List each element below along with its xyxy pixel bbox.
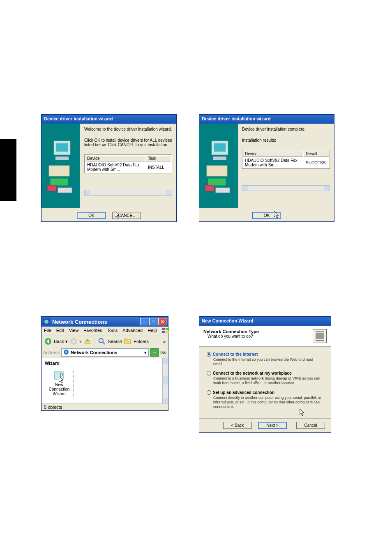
menu-advanced[interactable]: Advanced bbox=[122, 328, 143, 334]
header-title: Network Connection Type bbox=[203, 329, 259, 334]
svg-rect-20 bbox=[162, 331, 165, 333]
maximize-button[interactable]: □ bbox=[149, 318, 157, 325]
wizard-sidebar-graphic bbox=[42, 124, 80, 208]
forward-button[interactable] bbox=[69, 337, 78, 345]
back-button[interactable]: < Back bbox=[223, 422, 252, 429]
cancel-button[interactable]: CANCEL bbox=[112, 212, 141, 219]
ok-button[interactable]: OK bbox=[252, 212, 281, 219]
table-row[interactable]: HDAUDIO SoftV92 Data Fax Modem with Sm..… bbox=[85, 162, 171, 172]
item-label: New Connection Wizard bbox=[46, 382, 72, 396]
wizard-header: Network Connection Type What do you want… bbox=[199, 326, 331, 347]
complete-text: Device driver installation complete. bbox=[242, 127, 330, 131]
dialog-title: New Connection Wizard bbox=[199, 317, 331, 326]
option-description: Connect to a business network (using dia… bbox=[213, 376, 323, 386]
device-name: HDAUDIO SoftV92 Data Fax Modem with Sm..… bbox=[243, 158, 303, 168]
dialog-title: Device driver installation wizard bbox=[42, 115, 176, 124]
svg-rect-6 bbox=[58, 188, 72, 193]
wizard-header-icon bbox=[313, 329, 327, 343]
results-label: Installation results: bbox=[242, 138, 330, 143]
horizontal-scrollbar[interactable] bbox=[84, 190, 172, 196]
radio-selected-icon[interactable] bbox=[207, 352, 211, 357]
svg-point-33 bbox=[65, 351, 67, 353]
go-label[interactable]: Go bbox=[160, 350, 166, 355]
new-connection-wizard-item[interactable]: New Connection Wizard bbox=[45, 369, 74, 397]
menu-view[interactable]: View bbox=[69, 328, 79, 334]
device-result-table: DeviceResult HDAUDIO SoftV92 Data Fax Mo… bbox=[242, 150, 330, 169]
horizontal-scrollbar[interactable] bbox=[242, 185, 330, 191]
back-button[interactable] bbox=[44, 337, 52, 345]
next-button[interactable]: Next > bbox=[258, 422, 287, 429]
minimize-button[interactable]: – bbox=[140, 318, 148, 325]
svg-rect-26 bbox=[85, 341, 90, 344]
option-description: Connect to the Internet so you can brows… bbox=[213, 357, 323, 367]
option-label: Set up an advanced connection bbox=[213, 390, 274, 395]
svg-rect-21 bbox=[166, 331, 169, 333]
instruction-text: Click OK to install device drivers for A… bbox=[84, 138, 172, 147]
cancel-button[interactable]: Cancel bbox=[296, 422, 325, 429]
windows-flag-icon bbox=[162, 328, 169, 334]
radio-icon[interactable] bbox=[207, 371, 211, 375]
window-titlebar[interactable]: Network Connections – □ ✕ bbox=[42, 317, 168, 327]
svg-rect-18 bbox=[162, 328, 165, 330]
status-bar: 5 objects bbox=[42, 403, 168, 410]
page-side-tab bbox=[0, 139, 16, 201]
header-subtitle: What do you want to do? bbox=[208, 334, 259, 339]
search-icon[interactable] bbox=[98, 337, 106, 345]
option-label: Connect to the Internet bbox=[213, 352, 258, 357]
driver-install-wizard-2: Device driver installation wizard Device… bbox=[199, 114, 334, 222]
device-task: INSTALL bbox=[146, 162, 171, 172]
radio-icon[interactable] bbox=[207, 390, 211, 395]
address-value: Network Connections bbox=[71, 350, 117, 355]
option-connect-workplace[interactable]: Connect to the network at my workplace C… bbox=[207, 371, 323, 385]
forward-dropdown-icon[interactable]: ▾ bbox=[79, 339, 82, 344]
option-description: Connect directly to another computer usi… bbox=[213, 396, 323, 410]
window-title: Network Connections bbox=[52, 319, 107, 325]
ok-button[interactable]: OK bbox=[77, 212, 106, 219]
svg-rect-11 bbox=[207, 166, 227, 176]
content-pane: Wizard New Connection Wizard bbox=[42, 358, 168, 403]
menu-help[interactable]: Help bbox=[148, 328, 157, 334]
col-result: Result bbox=[304, 151, 329, 157]
toolbar: Back ▾ ▾ │ Search Folders » bbox=[42, 336, 168, 347]
menu-favorites[interactable]: Favorites bbox=[83, 328, 102, 334]
up-button[interactable] bbox=[83, 337, 92, 345]
category-header: Wizard bbox=[45, 361, 165, 366]
back-label[interactable]: Back bbox=[54, 339, 64, 344]
dropdown-icon[interactable]: ▾ bbox=[144, 350, 147, 355]
menu-edit[interactable]: Edit bbox=[56, 328, 64, 334]
col-task: Task bbox=[146, 156, 171, 161]
option-label: Connect to the network at my workplace bbox=[213, 371, 292, 375]
search-label[interactable]: Search bbox=[108, 339, 122, 344]
options-group: Connect to the Internet Connect to the I… bbox=[199, 347, 331, 418]
toolbar-overflow[interactable]: » bbox=[163, 339, 166, 344]
menu-file[interactable]: File bbox=[44, 328, 51, 334]
svg-rect-4 bbox=[51, 179, 68, 185]
table-row[interactable]: HDAUDIO SoftV92 Data Fax Modem with Sm..… bbox=[243, 158, 329, 168]
go-button[interactable]: → bbox=[150, 348, 159, 357]
option-connect-internet[interactable]: Connect to the Internet Connect to the I… bbox=[207, 352, 323, 366]
svg-rect-3 bbox=[49, 166, 69, 176]
network-connections-window: Network Connections – □ ✕ File Edit View… bbox=[41, 316, 168, 411]
svg-rect-5 bbox=[47, 185, 56, 191]
svg-rect-13 bbox=[205, 185, 214, 191]
address-input[interactable]: Network Connections ▾ bbox=[61, 348, 149, 357]
wizard-item-icon bbox=[53, 370, 66, 382]
folders-icon[interactable] bbox=[124, 337, 132, 345]
col-device: Device bbox=[85, 156, 145, 161]
col-device: Device bbox=[243, 151, 303, 157]
close-button[interactable]: ✕ bbox=[158, 318, 166, 325]
wizard-footer: < Back Next > Cancel bbox=[199, 418, 331, 432]
back-dropdown-icon[interactable]: ▾ bbox=[65, 339, 68, 344]
menu-tools[interactable]: Tools bbox=[107, 328, 118, 334]
svg-point-17 bbox=[44, 320, 48, 324]
address-label: Address bbox=[43, 350, 60, 355]
device-list-table: DeviceTask HDAUDIO SoftV92 Data Fax Mode… bbox=[84, 154, 172, 173]
svg-rect-14 bbox=[216, 188, 230, 193]
menu-bar: File Edit View Favorites Tools Advanced … bbox=[42, 327, 168, 336]
option-advanced-connection[interactable]: Set up an advanced connection Connect di… bbox=[207, 390, 323, 410]
driver-install-wizard-1: Device driver installation wizard Welcom… bbox=[41, 114, 177, 222]
new-connection-wizard: New Connection Wizard Network Connection… bbox=[199, 316, 331, 433]
folders-label[interactable]: Folders bbox=[134, 339, 149, 344]
vertical-scrollbar[interactable] bbox=[162, 358, 168, 403]
welcome-text: Welcome to the device driver installatio… bbox=[84, 127, 172, 131]
